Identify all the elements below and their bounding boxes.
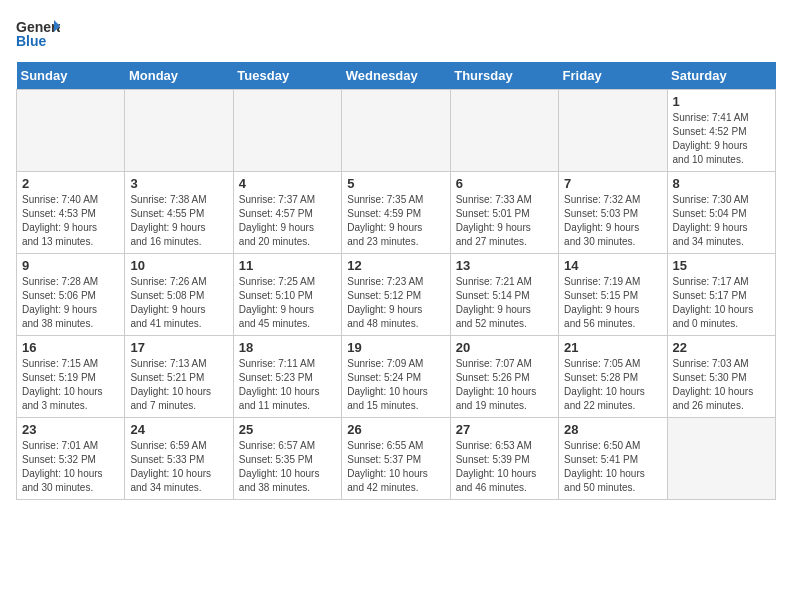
day-details: Sunrise: 7:26 AM Sunset: 5:08 PM Dayligh… [130, 275, 227, 331]
day-number: 12 [347, 258, 444, 273]
calendar-cell: 20Sunrise: 7:07 AM Sunset: 5:26 PM Dayli… [450, 336, 558, 418]
day-number: 11 [239, 258, 336, 273]
day-number: 13 [456, 258, 553, 273]
col-header-thursday: Thursday [450, 62, 558, 90]
calendar-table: SundayMondayTuesdayWednesdayThursdayFrid… [16, 62, 776, 500]
day-number: 21 [564, 340, 661, 355]
calendar-cell: 1Sunrise: 7:41 AM Sunset: 4:52 PM Daylig… [667, 90, 775, 172]
col-header-wednesday: Wednesday [342, 62, 450, 90]
calendar-cell: 10Sunrise: 7:26 AM Sunset: 5:08 PM Dayli… [125, 254, 233, 336]
day-details: Sunrise: 7:01 AM Sunset: 5:32 PM Dayligh… [22, 439, 119, 495]
day-number: 3 [130, 176, 227, 191]
calendar-cell: 5Sunrise: 7:35 AM Sunset: 4:59 PM Daylig… [342, 172, 450, 254]
day-number: 26 [347, 422, 444, 437]
day-number: 23 [22, 422, 119, 437]
calendar-cell: 21Sunrise: 7:05 AM Sunset: 5:28 PM Dayli… [559, 336, 667, 418]
calendar-cell: 27Sunrise: 6:53 AM Sunset: 5:39 PM Dayli… [450, 418, 558, 500]
calendar-cell: 17Sunrise: 7:13 AM Sunset: 5:21 PM Dayli… [125, 336, 233, 418]
day-number: 10 [130, 258, 227, 273]
day-number: 16 [22, 340, 119, 355]
calendar-cell: 18Sunrise: 7:11 AM Sunset: 5:23 PM Dayli… [233, 336, 341, 418]
col-header-sunday: Sunday [17, 62, 125, 90]
col-header-saturday: Saturday [667, 62, 775, 90]
logo: General Blue [16, 16, 60, 52]
logo-icon: General Blue [16, 16, 60, 52]
calendar-cell: 16Sunrise: 7:15 AM Sunset: 5:19 PM Dayli… [17, 336, 125, 418]
calendar-cell: 12Sunrise: 7:23 AM Sunset: 5:12 PM Dayli… [342, 254, 450, 336]
calendar-cell [450, 90, 558, 172]
day-details: Sunrise: 6:59 AM Sunset: 5:33 PM Dayligh… [130, 439, 227, 495]
calendar-cell: 9Sunrise: 7:28 AM Sunset: 5:06 PM Daylig… [17, 254, 125, 336]
day-number: 20 [456, 340, 553, 355]
calendar-cell: 7Sunrise: 7:32 AM Sunset: 5:03 PM Daylig… [559, 172, 667, 254]
day-details: Sunrise: 7:11 AM Sunset: 5:23 PM Dayligh… [239, 357, 336, 413]
day-number: 25 [239, 422, 336, 437]
page-header: General Blue [16, 16, 776, 52]
calendar-cell: 26Sunrise: 6:55 AM Sunset: 5:37 PM Dayli… [342, 418, 450, 500]
day-number: 9 [22, 258, 119, 273]
day-details: Sunrise: 7:41 AM Sunset: 4:52 PM Dayligh… [673, 111, 770, 167]
svg-text:Blue: Blue [16, 33, 47, 49]
calendar-week-row: 9Sunrise: 7:28 AM Sunset: 5:06 PM Daylig… [17, 254, 776, 336]
day-number: 5 [347, 176, 444, 191]
calendar-cell: 15Sunrise: 7:17 AM Sunset: 5:17 PM Dayli… [667, 254, 775, 336]
calendar-cell [342, 90, 450, 172]
calendar-cell: 14Sunrise: 7:19 AM Sunset: 5:15 PM Dayli… [559, 254, 667, 336]
calendar-cell: 19Sunrise: 7:09 AM Sunset: 5:24 PM Dayli… [342, 336, 450, 418]
day-number: 24 [130, 422, 227, 437]
day-details: Sunrise: 7:37 AM Sunset: 4:57 PM Dayligh… [239, 193, 336, 249]
day-details: Sunrise: 7:30 AM Sunset: 5:04 PM Dayligh… [673, 193, 770, 249]
day-details: Sunrise: 7:17 AM Sunset: 5:17 PM Dayligh… [673, 275, 770, 331]
day-number: 6 [456, 176, 553, 191]
col-header-tuesday: Tuesday [233, 62, 341, 90]
calendar-cell [125, 90, 233, 172]
calendar-cell: 6Sunrise: 7:33 AM Sunset: 5:01 PM Daylig… [450, 172, 558, 254]
calendar-cell: 13Sunrise: 7:21 AM Sunset: 5:14 PM Dayli… [450, 254, 558, 336]
day-details: Sunrise: 7:40 AM Sunset: 4:53 PM Dayligh… [22, 193, 119, 249]
day-details: Sunrise: 7:03 AM Sunset: 5:30 PM Dayligh… [673, 357, 770, 413]
calendar-cell: 8Sunrise: 7:30 AM Sunset: 5:04 PM Daylig… [667, 172, 775, 254]
day-details: Sunrise: 6:55 AM Sunset: 5:37 PM Dayligh… [347, 439, 444, 495]
day-number: 27 [456, 422, 553, 437]
day-number: 19 [347, 340, 444, 355]
day-details: Sunrise: 7:09 AM Sunset: 5:24 PM Dayligh… [347, 357, 444, 413]
calendar-cell: 25Sunrise: 6:57 AM Sunset: 5:35 PM Dayli… [233, 418, 341, 500]
day-details: Sunrise: 7:21 AM Sunset: 5:14 PM Dayligh… [456, 275, 553, 331]
day-number: 28 [564, 422, 661, 437]
day-details: Sunrise: 6:57 AM Sunset: 5:35 PM Dayligh… [239, 439, 336, 495]
day-details: Sunrise: 7:07 AM Sunset: 5:26 PM Dayligh… [456, 357, 553, 413]
day-number: 8 [673, 176, 770, 191]
calendar-cell [233, 90, 341, 172]
day-details: Sunrise: 7:33 AM Sunset: 5:01 PM Dayligh… [456, 193, 553, 249]
day-number: 18 [239, 340, 336, 355]
day-details: Sunrise: 7:38 AM Sunset: 4:55 PM Dayligh… [130, 193, 227, 249]
calendar-cell: 4Sunrise: 7:37 AM Sunset: 4:57 PM Daylig… [233, 172, 341, 254]
day-number: 4 [239, 176, 336, 191]
calendar-cell: 3Sunrise: 7:38 AM Sunset: 4:55 PM Daylig… [125, 172, 233, 254]
calendar-week-row: 2Sunrise: 7:40 AM Sunset: 4:53 PM Daylig… [17, 172, 776, 254]
day-details: Sunrise: 7:25 AM Sunset: 5:10 PM Dayligh… [239, 275, 336, 331]
day-details: Sunrise: 7:19 AM Sunset: 5:15 PM Dayligh… [564, 275, 661, 331]
day-details: Sunrise: 7:15 AM Sunset: 5:19 PM Dayligh… [22, 357, 119, 413]
day-number: 1 [673, 94, 770, 109]
day-number: 17 [130, 340, 227, 355]
calendar-cell [17, 90, 125, 172]
calendar-cell [559, 90, 667, 172]
day-details: Sunrise: 7:05 AM Sunset: 5:28 PM Dayligh… [564, 357, 661, 413]
calendar-week-row: 16Sunrise: 7:15 AM Sunset: 5:19 PM Dayli… [17, 336, 776, 418]
day-details: Sunrise: 7:23 AM Sunset: 5:12 PM Dayligh… [347, 275, 444, 331]
day-number: 22 [673, 340, 770, 355]
calendar-cell: 22Sunrise: 7:03 AM Sunset: 5:30 PM Dayli… [667, 336, 775, 418]
day-number: 14 [564, 258, 661, 273]
day-details: Sunrise: 7:32 AM Sunset: 5:03 PM Dayligh… [564, 193, 661, 249]
calendar-cell: 24Sunrise: 6:59 AM Sunset: 5:33 PM Dayli… [125, 418, 233, 500]
calendar-header-row: SundayMondayTuesdayWednesdayThursdayFrid… [17, 62, 776, 90]
calendar-cell [667, 418, 775, 500]
day-details: Sunrise: 7:28 AM Sunset: 5:06 PM Dayligh… [22, 275, 119, 331]
col-header-monday: Monday [125, 62, 233, 90]
day-details: Sunrise: 6:53 AM Sunset: 5:39 PM Dayligh… [456, 439, 553, 495]
calendar-week-row: 1Sunrise: 7:41 AM Sunset: 4:52 PM Daylig… [17, 90, 776, 172]
day-number: 15 [673, 258, 770, 273]
day-number: 7 [564, 176, 661, 191]
calendar-cell: 2Sunrise: 7:40 AM Sunset: 4:53 PM Daylig… [17, 172, 125, 254]
